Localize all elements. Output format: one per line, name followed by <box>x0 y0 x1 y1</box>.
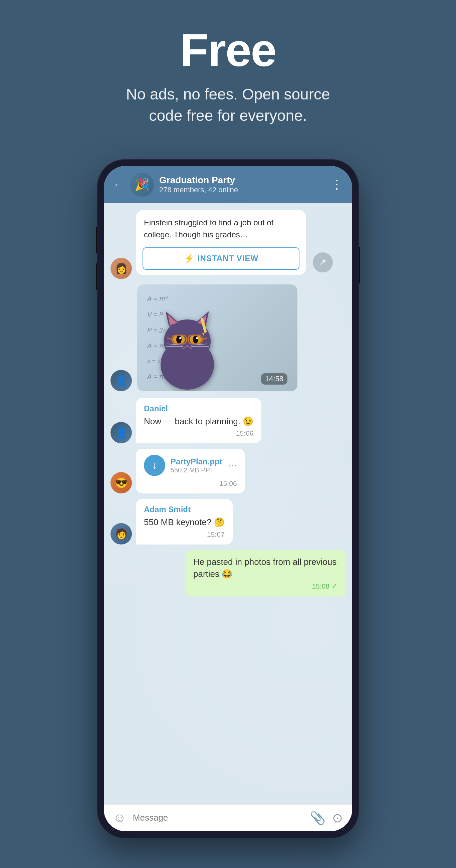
phone-outer: ← 🎉 Graduation Party 278 members, 42 onl… <box>98 160 358 837</box>
hero-subtitle: No ads, no fees. Open source code free f… <box>111 84 345 127</box>
chat-input-bar: ☺ 📎 ⊙ <box>104 804 352 831</box>
sticker-time: 14:58 <box>261 373 287 384</box>
power-button <box>358 247 360 283</box>
sender-avatar-girl: 👩 <box>111 258 132 279</box>
sent-message-text: He pasted in photos from all previous pa… <box>193 556 337 580</box>
adam-message-text: 550 MB keynote? 🤔 <box>144 516 225 528</box>
attach-button[interactable]: 📎 <box>310 811 326 825</box>
sent-message-bubble: He pasted in photos from all previous pa… <box>185 550 345 597</box>
sent-message-time: 15:08 <box>312 582 330 590</box>
article-bubble: Einstein struggled to find a job out of … <box>136 210 306 275</box>
checkmark-icon: ✓ <box>332 582 337 591</box>
download-icon: ↓ <box>152 460 157 471</box>
sticker-background: A = πr² V = l³ P = 2πr A = πr² s = √(r² … <box>137 284 298 391</box>
group-name: Graduation Party <box>159 175 326 186</box>
lightning-icon: ⚡ <box>184 253 194 264</box>
article-text: Einstein struggled to find a job out of … <box>136 210 306 246</box>
bottom-spacer <box>111 602 345 612</box>
back-button[interactable]: ← <box>113 179 123 190</box>
message-input[interactable] <box>133 813 303 823</box>
adam-message-bubble: Adam Smidt 550 MB keynote? 🤔 15:07 <box>136 499 233 544</box>
sent-message-meta: 15:08 ✓ <box>193 582 337 591</box>
daniel-message-row: 👤 Daniel Now — back to planning. 😉 15:06 <box>111 398 345 443</box>
adam-message-meta: 15:07 <box>144 530 225 538</box>
file-download-button[interactable]: ↓ <box>144 455 165 476</box>
daniel-message-time: 15:06 <box>236 429 254 437</box>
instant-view-label: INSTANT VIEW <box>197 254 259 263</box>
file-message-time: 15:06 <box>219 479 237 488</box>
group-avatar: 🎉 <box>130 173 154 197</box>
file-message-row: 😎 ↓ PartyPlan.ppt 550.2 MB PPT ⋯ <box>111 449 345 493</box>
adam-message-row: 🧑 Adam Smidt 550 MB keynote? 🤔 15:07 <box>111 499 345 544</box>
phone-wrapper: ← 🎉 Graduation Party 278 members, 42 onl… <box>98 160 358 837</box>
hero-section: Free No ads, no fees. Open source code f… <box>0 0 456 147</box>
header-menu-button[interactable]: ⋮ <box>331 178 343 192</box>
svg-point-9 <box>193 336 198 344</box>
adam-sender-name: Adam Smidt <box>144 505 225 514</box>
chat-body: 👩 Einstein struggled to find a job out o… <box>104 203 352 804</box>
svg-point-11 <box>196 337 198 339</box>
file-size: 550.2 MB PPT <box>171 466 222 474</box>
file-name: PartyPlan.ppt <box>171 457 222 466</box>
cat-sticker <box>151 305 224 391</box>
emoji-button[interactable]: ☺ <box>113 811 126 825</box>
camera-button[interactable]: ⊙ <box>332 811 343 825</box>
file-menu-icon[interactable]: ⋯ <box>228 460 237 471</box>
daniel-sender-name: Daniel <box>144 404 253 413</box>
share-button[interactable]: ↗ <box>313 252 333 272</box>
sender-avatar-sticker: 👤 <box>111 370 132 391</box>
instant-view-button[interactable]: ⚡ INSTANT VIEW <box>143 247 299 270</box>
file-bubble: ↓ PartyPlan.ppt 550.2 MB PPT ⋯ 15:06 <box>136 449 245 493</box>
svg-point-10 <box>179 337 181 339</box>
daniel-message-bubble: Daniel Now — back to planning. 😉 15:06 <box>136 398 262 443</box>
file-info: PartyPlan.ppt 550.2 MB PPT <box>171 457 222 474</box>
svg-point-8 <box>176 336 182 344</box>
sender-avatar-adam: 🧑 <box>111 523 132 545</box>
daniel-message-text: Now — back to planning. 😉 <box>144 415 253 427</box>
adam-message-time: 15:07 <box>207 530 225 538</box>
group-info: Graduation Party 278 members, 42 online <box>159 175 326 194</box>
sender-avatar-file: 😎 <box>111 472 132 493</box>
sender-avatar-daniel: 👤 <box>111 422 132 443</box>
article-message-row: 👩 Einstein struggled to find a job out o… <box>111 210 345 279</box>
file-row: ↓ PartyPlan.ppt 550.2 MB PPT ⋯ <box>144 455 237 476</box>
daniel-message-meta: 15:06 <box>144 429 253 437</box>
file-message-meta: 15:06 <box>144 479 237 488</box>
phone-inner: ← 🎉 Graduation Party 278 members, 42 onl… <box>104 166 352 831</box>
group-members: 278 members, 42 online <box>159 186 326 194</box>
sticker-message: 👤 A = πr² V = l³ P = 2πr A = πr² s = √(r… <box>111 284 345 391</box>
sent-message-row: He pasted in photos from all previous pa… <box>111 550 345 597</box>
chat-header: ← 🎉 Graduation Party 278 members, 42 onl… <box>104 166 352 203</box>
hero-title: Free <box>13 27 443 73</box>
